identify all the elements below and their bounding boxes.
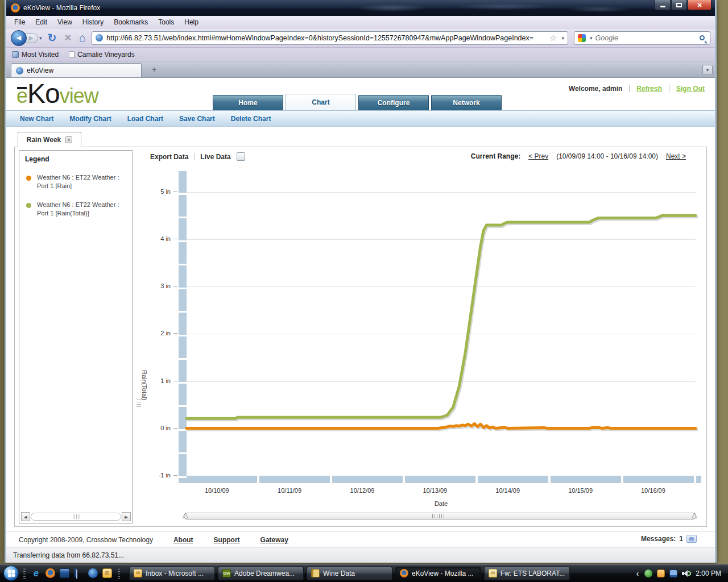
prev-range-link[interactable]: < Prev	[528, 152, 548, 160]
tab-configure[interactable]: Configure	[358, 95, 429, 110]
back-button[interactable]: ◀	[11, 30, 27, 46]
outlook-icon[interactable]: ✉	[102, 568, 112, 578]
maximize-icon	[676, 3, 682, 7]
taskbar-clock[interactable]: 2:00 PM	[696, 569, 721, 577]
divider	[629, 85, 630, 92]
thunderbird-icon[interactable]	[88, 568, 98, 578]
menu-bookmarks[interactable]: Bookmarks	[114, 18, 148, 26]
dreamweaver-icon: Dw	[222, 569, 231, 577]
series-plot	[187, 171, 696, 476]
start-button[interactable]	[3, 566, 19, 581]
remote-desktop-icon[interactable]	[60, 568, 69, 578]
tab-close-icon[interactable]: ×	[65, 136, 72, 143]
legend-item-rain-total[interactable]: Weather N6 : ET22 Weather : Port 1 [Rain…	[19, 190, 133, 218]
modify-chart-link[interactable]: Modify Chart	[69, 115, 111, 123]
taskbar-button-dreamweaver[interactable]: Dw Adobe Dreamwea...	[218, 567, 304, 580]
x-axis-bar[interactable]	[187, 476, 701, 483]
y-axis-bar[interactable]	[179, 171, 187, 483]
chart-panel: Legend Weather N6 : ET22 Weather : Port …	[14, 147, 707, 527]
legend-item-rain[interactable]: Weather N6 : ET22 Weather : Port 1 [Rain…	[19, 163, 133, 190]
taskbar-button-ekoview[interactable]: eKoView - Mozilla ...	[395, 567, 481, 580]
reload-button[interactable]: ↻	[46, 31, 59, 44]
taskbar-divider	[118, 568, 120, 579]
url-text[interactable]: http://66.82.73.51/web/index.html#mwHome…	[106, 34, 546, 42]
title-bar[interactable]: eKoView - Mozilla Firefox ×	[6, 0, 715, 16]
tray-security-icon[interactable]	[657, 569, 665, 577]
url-dropdown-button[interactable]: ▾	[561, 35, 564, 41]
tab-strip: eKoView + ▾	[6, 61, 715, 78]
taskbar-button-wine-data[interactable]: Wine Data	[307, 567, 392, 580]
new-chart-link[interactable]: New Chart	[20, 115, 53, 123]
close-button[interactable]: ×	[688, 0, 712, 10]
tray-agent-icon[interactable]	[644, 569, 652, 577]
delete-chart-link[interactable]: Delete Chart	[231, 115, 271, 123]
x-tick-label: 10/15/09	[568, 487, 593, 494]
x-tick-label: 10/11/09	[278, 487, 301, 494]
quick-launch-bar: e ✉	[26, 568, 118, 578]
search-icon[interactable]	[700, 35, 705, 40]
scroll-left-button[interactable]: ◀	[21, 512, 30, 521]
minimize-button[interactable]	[655, 0, 671, 10]
new-tab-button[interactable]: +	[147, 65, 161, 76]
search-input[interactable]	[595, 34, 697, 42]
copyright-text: Copyright 2008-2009, Crossbow Technology	[19, 536, 153, 544]
envelope-icon[interactable]: ✉	[686, 535, 697, 543]
save-chart-link[interactable]: Save Chart	[179, 115, 215, 123]
tab-network[interactable]: Network	[431, 95, 502, 110]
live-data-checkbox[interactable]	[237, 152, 245, 161]
about-link[interactable]: About	[173, 536, 193, 544]
search-engine-dropdown[interactable]: ▾	[590, 35, 593, 41]
page-icon	[69, 51, 75, 58]
next-range-link[interactable]: Next >	[666, 152, 686, 160]
internet-explorer-icon[interactable]: e	[31, 568, 41, 578]
taskbar-button-fw-ets[interactable]: ✉ Fw: ETS LABORAT...	[484, 567, 570, 580]
tab-home[interactable]: Home	[213, 95, 283, 110]
legend-horizontal-scrollbar[interactable]: ◀ ▶	[21, 512, 131, 521]
menu-edit[interactable]: Edit	[35, 18, 47, 26]
plot-area[interactable]	[187, 171, 696, 476]
browser-tab-ekoview[interactable]: eKoView	[11, 63, 142, 77]
bookmark-most-visited[interactable]: Most Visited	[12, 51, 59, 59]
app-footer: Copyright 2008-2009, Crossbow Technology…	[6, 531, 715, 547]
y-tick-label: 1 in	[160, 377, 177, 384]
maximize-button[interactable]	[671, 0, 687, 10]
search-bar[interactable]: ▾	[574, 31, 710, 45]
firefox-icon[interactable]	[46, 568, 55, 578]
slider-grip[interactable]	[432, 514, 445, 518]
export-data-button[interactable]: Export Data	[150, 153, 188, 161]
slider-right-handle[interactable]: △	[692, 510, 697, 519]
menu-view[interactable]: View	[57, 18, 72, 26]
titlebar-glass-decoration	[328, 1, 647, 15]
windows-explorer-icon[interactable]	[75, 568, 76, 577]
scroll-right-button[interactable]: ▶	[122, 512, 131, 521]
menu-file[interactable]: File	[14, 18, 25, 26]
home-button[interactable]: ⌂	[77, 31, 88, 44]
menu-history[interactable]: History	[82, 18, 104, 26]
menu-help[interactable]: Help	[184, 18, 198, 26]
time-range-slider[interactable]: △ △	[183, 512, 697, 521]
gateway-link[interactable]: Gateway	[260, 536, 288, 544]
list-all-tabs-button[interactable]: ▾	[702, 65, 713, 75]
tray-expand-icon[interactable]: ‹	[636, 569, 639, 578]
load-chart-link[interactable]: Load Chart	[127, 115, 163, 123]
support-link[interactable]: Support	[214, 536, 240, 544]
tab-chart[interactable]: Chart	[286, 94, 356, 110]
bookmark-camalie-vineyards[interactable]: Camalie Vineyards	[69, 51, 135, 59]
url-bar[interactable]: http://66.82.73.51/web/index.html#mwHome…	[92, 31, 568, 45]
slider-left-handle[interactable]: △	[183, 510, 188, 519]
sign-out-link[interactable]: Sign Out	[676, 85, 705, 93]
outlook-icon: ✉	[134, 569, 142, 577]
menu-tools[interactable]: Tools	[158, 18, 174, 26]
tray-display-icon[interactable]	[669, 569, 677, 577]
messages-indicator[interactable]: Messages: 1 ✉	[641, 535, 697, 543]
rain-week-tab[interactable]: Rain Week ×	[18, 132, 81, 147]
panel-splitter-grip[interactable]	[136, 400, 141, 408]
bookmark-star-icon[interactable]: ☆	[549, 33, 557, 43]
stop-button[interactable]: ×	[62, 31, 73, 44]
refresh-link[interactable]: Refresh	[636, 85, 662, 93]
bookmark-label: Most Visited	[22, 51, 59, 59]
taskbar-button-inbox[interactable]: ✉ Inbox - Microsoft ...	[129, 567, 215, 580]
scrollbar-thumb[interactable]	[31, 513, 121, 521]
volume-icon[interactable]	[682, 569, 691, 577]
history-dropdown-button[interactable]: ▾	[39, 35, 42, 41]
